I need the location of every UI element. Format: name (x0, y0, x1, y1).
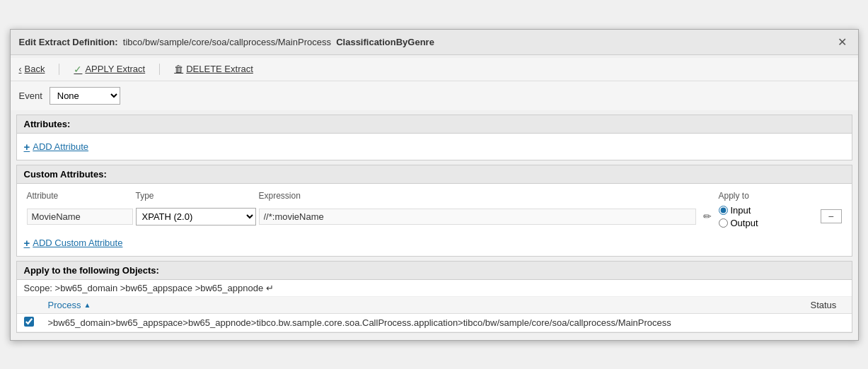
col-remove (821, 191, 842, 201)
attr-name-value: MovieName (27, 209, 133, 225)
col-status-header: Status (803, 297, 851, 314)
expression-input[interactable] (259, 209, 696, 225)
title-prefix: Edit Extract Definition: (19, 37, 118, 47)
toolbar: ‹ Back ✓ APPLY Extract 🗑 DELETE Extract (11, 58, 858, 81)
custom-attributes-body: Attribute Type Expression Apply to Movie… (17, 184, 852, 256)
edit-icon[interactable]: ✏ (699, 211, 716, 222)
sort-icon: ▲ (83, 301, 91, 309)
apply-extract-button[interactable]: ✓ APPLY Extract (74, 64, 145, 75)
input-radio[interactable] (719, 206, 728, 215)
title-path: tibco/bw/sample/core/soa/callprocess/Mai… (123, 37, 331, 47)
custom-attributes-section: Custom Attributes: Attribute Type Expres… (16, 165, 852, 257)
event-select[interactable]: None (50, 87, 120, 105)
output-radio[interactable] (719, 218, 728, 228)
add-attribute-button[interactable]: + ADD Attribute (24, 139, 89, 154)
output-radio-row: Output (719, 218, 818, 228)
remove-button[interactable]: − (821, 209, 842, 223)
row-status-value (803, 313, 851, 332)
apply-label: APPLY Extract (85, 64, 145, 74)
title-name: ClassificationByGenre (336, 37, 434, 47)
custom-attr-row: MovieName XPATH (2.0) ✏ Input (24, 204, 845, 230)
back-label: Back (25, 64, 45, 74)
process-col-label: Process (48, 300, 81, 310)
toolbar-separator (59, 64, 59, 75)
delete-extract-button[interactable]: 🗑 DELETE Extract (174, 64, 253, 74)
close-button[interactable]: ✕ (835, 35, 850, 49)
event-label: Event (19, 90, 42, 101)
col-process-header: Process ▲ (41, 297, 804, 314)
input-radio-row: Input (719, 205, 818, 216)
plus-icon: + (24, 141, 30, 153)
add-custom-attribute-button[interactable]: + ADD Custom Attribute (24, 235, 123, 250)
scope-row: Scope: >bw65_domain >bw65_appspace >bw65… (17, 280, 852, 297)
col-attribute: Attribute (27, 191, 133, 201)
apply-to-section: Input Output (719, 205, 818, 228)
col-apply-to: Apply to (719, 191, 818, 201)
input-label: Input (731, 205, 751, 216)
event-row: Event None (11, 81, 858, 110)
back-icon: ‹ (19, 64, 22, 74)
row-checkbox[interactable] (24, 317, 34, 327)
dialog-header: Edit Extract Definition: tibco/bw/sample… (11, 30, 858, 55)
apply-objects-section: Apply to the following Objects: Scope: >… (16, 261, 852, 333)
type-select-wrapper: XPATH (2.0) (136, 208, 256, 226)
row-process-value: >bw65_domain>bw65_appspace>bw65_appnode>… (41, 313, 804, 332)
back-button[interactable]: ‹ Back (19, 64, 45, 74)
attributes-body: + ADD Attribute (17, 134, 852, 160)
col-expression: Expression (259, 191, 696, 201)
add-custom-attr-wrapper: + ADD Custom Attribute (24, 235, 845, 250)
custom-attrs-column-headers: Attribute Type Expression Apply to (24, 189, 845, 204)
check-icon: ✓ (74, 64, 82, 75)
objects-table: Process ▲ Status >bw65_domain>bw65_a (17, 297, 852, 332)
col-checkbox (17, 297, 41, 314)
process-sort-link[interactable]: Process ▲ (48, 300, 797, 310)
plus-icon-2: + (24, 237, 30, 249)
col-spacer (699, 191, 716, 201)
dialog: Edit Extract Definition: tibco/bw/sample… (10, 29, 859, 341)
dialog-title: Edit Extract Definition: tibco/bw/sample… (19, 37, 434, 47)
type-select[interactable]: XPATH (2.0) (137, 209, 255, 225)
trash-icon: 🗑 (174, 64, 183, 74)
custom-attrs-table: Attribute Type Expression Apply to Movie… (24, 189, 845, 230)
process-path: >bw65_domain>bw65_appspace>bw65_appnode>… (48, 317, 671, 328)
add-attribute-label: ADD Attribute (33, 141, 88, 152)
attributes-header: Attributes: (17, 115, 852, 134)
table-row: >bw65_domain>bw65_appspace>bw65_appnode>… (17, 313, 852, 332)
delete-label: DELETE Extract (186, 64, 253, 74)
dialog-content: ‹ Back ✓ APPLY Extract 🗑 DELETE Extract … (11, 55, 858, 340)
col-type: Type (136, 191, 256, 201)
table-header-row: Process ▲ Status (17, 297, 852, 314)
toolbar-separator-2 (159, 64, 160, 75)
row-checkbox-cell (17, 313, 41, 332)
apply-objects-header: Apply to the following Objects: (17, 262, 852, 280)
attributes-section: Attributes: + ADD Attribute (16, 115, 852, 160)
output-label: Output (731, 218, 758, 228)
add-custom-attribute-label: ADD Custom Attribute (33, 238, 122, 248)
custom-attributes-header: Custom Attributes: (17, 165, 852, 184)
